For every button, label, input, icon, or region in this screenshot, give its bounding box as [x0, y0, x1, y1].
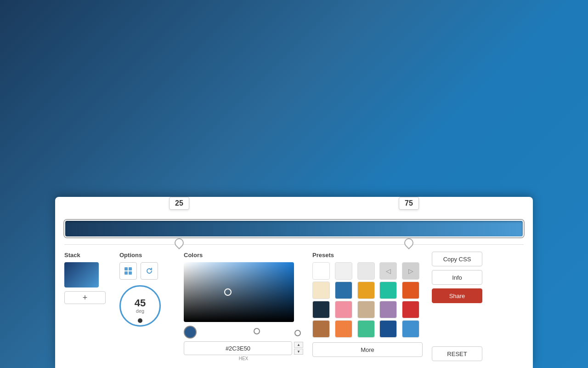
- more-button[interactable]: More: [312, 342, 423, 357]
- color-picker-canvas[interactable]: [184, 262, 294, 322]
- stack-column: Stack +: [64, 252, 110, 361]
- slider-handle-right[interactable]: [404, 237, 413, 247]
- preset-navyblue[interactable]: [379, 320, 397, 338]
- slider-left-label: 25: [169, 197, 189, 210]
- options-buttons: [119, 262, 175, 280]
- bottom-section: Stack + Options: [55, 245, 533, 363]
- stack-title: Stack: [64, 252, 110, 259]
- preset-tan[interactable]: [357, 301, 375, 318]
- preset-orange2[interactable]: [402, 282, 419, 299]
- color-picker-dark: [184, 262, 294, 322]
- slider-pin-left: [173, 236, 186, 249]
- refresh-button[interactable]: [141, 262, 158, 280]
- svg-rect-0: [124, 267, 128, 270]
- preset-teal1[interactable]: [379, 282, 397, 299]
- actions-column: Copy CSS Info Share RESET: [432, 252, 482, 361]
- hex-input-row: ▲ ▼: [184, 341, 303, 355]
- preset-white1[interactable]: [312, 262, 330, 280]
- degree-dial[interactable]: 45 deg: [119, 285, 161, 327]
- color-picker-cursor: [224, 288, 232, 296]
- options-title: Options: [119, 252, 175, 259]
- svg-rect-3: [129, 271, 132, 275]
- slider-right-label: 75: [399, 197, 419, 210]
- preset-orange1[interactable]: [357, 282, 375, 299]
- share-button[interactable]: Share: [432, 288, 482, 303]
- copy-css-button[interactable]: Copy CSS: [432, 252, 482, 266]
- preset-purple[interactable]: [379, 301, 397, 318]
- preset-skyblue[interactable]: [402, 320, 419, 338]
- colors-title: Colors: [184, 252, 303, 259]
- hex-input[interactable]: [184, 341, 292, 355]
- slider-pin-right: [402, 236, 415, 249]
- info-button[interactable]: Info: [432, 270, 482, 285]
- hex-label: HEX: [184, 356, 303, 361]
- opacity-thumb: [294, 330, 301, 336]
- reset-button[interactable]: RESET: [432, 346, 482, 361]
- slider-track[interactable]: [64, 220, 524, 237]
- colors-column: Colors ▲: [184, 252, 303, 361]
- grid-icon: [124, 267, 132, 275]
- preset-cream[interactable]: [312, 282, 330, 299]
- preset-mint[interactable]: [357, 320, 375, 338]
- preset-red[interactable]: [402, 301, 419, 318]
- refresh-icon: [145, 267, 153, 275]
- add-stack-button[interactable]: +: [64, 291, 106, 304]
- preset-blue1[interactable]: [335, 282, 352, 299]
- presets-grid: ◁ ▷: [312, 262, 423, 338]
- current-color-swatch: [184, 326, 197, 339]
- svg-rect-1: [129, 267, 132, 270]
- slider-handle-left[interactable]: [175, 237, 184, 247]
- preset-darkblue[interactable]: [312, 301, 330, 318]
- dial-handle: [138, 318, 142, 323]
- hue-slider-row: [184, 326, 303, 339]
- degree-value: 45: [135, 298, 146, 308]
- options-column: Options 45: [119, 252, 175, 361]
- slider-track-container: 25 75: [64, 220, 524, 237]
- hex-up-button[interactable]: ▲: [294, 342, 303, 348]
- hex-spinners: ▲ ▼: [294, 342, 303, 355]
- svg-rect-2: [124, 271, 128, 275]
- hex-down-button[interactable]: ▼: [294, 349, 303, 355]
- grid-view-button[interactable]: [119, 262, 137, 280]
- preset-brown[interactable]: [312, 320, 330, 338]
- preset-next[interactable]: ▷: [402, 262, 419, 280]
- presets-title: Presets: [312, 252, 423, 259]
- presets-column: Presets ◁ ▷: [312, 252, 423, 361]
- slider-section: 25 75: [55, 197, 533, 244]
- preset-pink[interactable]: [335, 301, 352, 318]
- preset-lightorange[interactable]: [335, 320, 352, 338]
- stack-preview: [64, 262, 99, 288]
- main-panel: 25 75 Stack + Options: [55, 197, 533, 368]
- preset-white2[interactable]: [335, 262, 352, 280]
- preset-white3[interactable]: [357, 262, 375, 280]
- hue-slider-thumb: [254, 328, 260, 334]
- preset-prev[interactable]: ◁: [379, 262, 397, 280]
- degree-unit: deg: [136, 308, 144, 314]
